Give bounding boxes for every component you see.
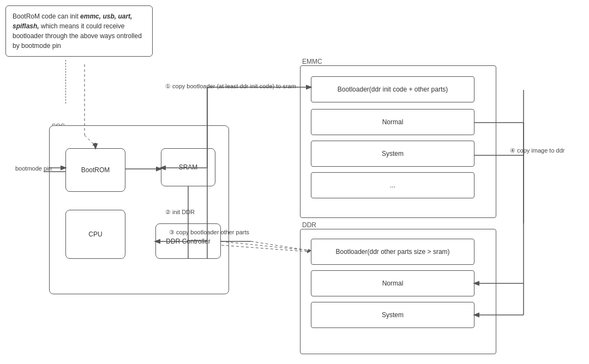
emmc-section-1: Normal — [311, 109, 474, 135]
bootmode-pin-label: bootmode pin — [15, 165, 52, 172]
sram-box: SRAM — [161, 148, 215, 186]
diagram-container: BootRoM code can init emmc, usb, uart, s… — [0, 0, 589, 364]
cpu-label: CPU — [88, 230, 102, 238]
svg-line-13 — [221, 245, 310, 252]
cpu-box: CPU — [65, 210, 125, 259]
step2-label: ② init DDR — [165, 209, 195, 216]
step1-label: ① copy bootloader (at least ddr init cod… — [165, 83, 296, 90]
callout-box: BootRoM code can init emmc, usb, uart, s… — [5, 5, 153, 57]
ddr-section-0: Bootloader(ddr other parts size > sram) — [311, 239, 474, 265]
bootrom-label: BootROM — [81, 166, 110, 174]
step4-label: ④ copy image to ddr — [510, 147, 565, 154]
callout-tail — [65, 60, 67, 104]
bootrom-box: BootROM — [65, 148, 125, 192]
emmc-section-2: System — [311, 141, 474, 167]
emmc-section-3: ... — [311, 172, 474, 198]
ddr-controller-label: DDR Controller — [166, 238, 210, 245]
step3-label: ③ copy bootloader other parts — [169, 229, 249, 236]
sram-label: SRAM — [179, 163, 198, 171]
ddr-section-2: System — [311, 302, 474, 328]
emmc-section-0: Bootloader(ddr init code + other parts) — [311, 76, 474, 102]
callout-text: BootRoM code can init emmc, usb, uart, s… — [13, 13, 142, 50]
ddr-section-1: Normal — [311, 270, 474, 296]
emmc-label: EMMC — [302, 58, 322, 65]
svg-line-10 — [221, 241, 311, 251]
ddr-label: DDR — [302, 221, 316, 229]
